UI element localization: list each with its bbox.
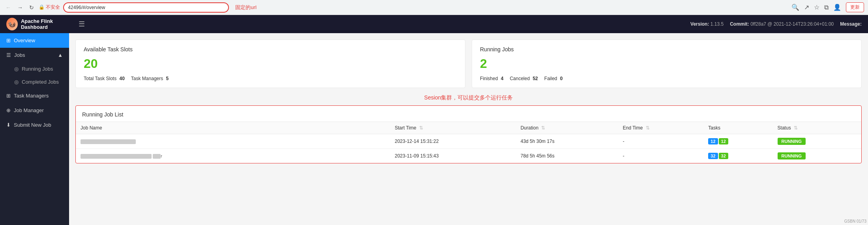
content-area: Available Task Slots 20 Total Task Slots… bbox=[69, 33, 868, 225]
completed-jobs-label: Completed Jobs bbox=[22, 79, 59, 85]
tasks-badge: 12 12 bbox=[708, 138, 728, 144]
sidebar-item-submit-new-job[interactable]: ⬇ Submit New Job bbox=[0, 118, 69, 132]
available-slots-title: Available Task Slots bbox=[84, 46, 457, 52]
top-header: 🦦 Apache Flink Dashboard ☰ Version: 1.13… bbox=[0, 15, 868, 33]
status-sort-icon: ⇅ bbox=[794, 125, 798, 131]
col-end-time[interactable]: End Time ⇅ bbox=[618, 122, 704, 134]
main-area: ⊞ Overview ☰ Jobs ▲ ◎ Running Jobs ◎ Com… bbox=[0, 33, 868, 225]
version-value: 1.13.5 bbox=[711, 21, 724, 27]
jobs-icon: ☰ bbox=[6, 52, 11, 58]
watermark: GSBN 01/73 bbox=[844, 219, 866, 223]
col-duration[interactable]: Duration ⇅ bbox=[516, 122, 618, 134]
task-managers-label: Task Managers bbox=[14, 93, 49, 99]
search-icon[interactable]: 🔍 bbox=[791, 4, 799, 11]
commit-info: Commit: 0ff28a7 @ 2021-12-14T23:26:04+01… bbox=[730, 21, 834, 27]
tasks-badge-b: 32 bbox=[719, 153, 728, 159]
tasks-badge-a: 12 bbox=[708, 138, 718, 144]
profile-icon[interactable]: 👤 bbox=[833, 4, 841, 11]
task-managers-icon: ⊞ bbox=[6, 93, 11, 99]
failed-stat: Failed 0 bbox=[544, 76, 563, 81]
task-managers-value: 5 bbox=[166, 76, 169, 81]
address-bar[interactable] bbox=[63, 2, 229, 13]
col-job-name: Job Name bbox=[76, 122, 390, 134]
bookmark-icon[interactable]: ☆ bbox=[814, 4, 819, 11]
job-name-censored bbox=[81, 139, 136, 144]
job-list-section: Running Job List Job Name Start Time ⇅ bbox=[75, 105, 862, 163]
job-name-suffix bbox=[153, 154, 161, 159]
sidebar-item-completed-jobs[interactable]: ◎ Completed Jobs bbox=[0, 75, 69, 88]
available-slots-card: Available Task Slots 20 Total Task Slots… bbox=[75, 39, 465, 88]
running-jobs-footer: Finished 4 Canceled 52 Failed 0 bbox=[480, 76, 853, 81]
sidebar-section-jobs[interactable]: ☰ Jobs ▲ bbox=[0, 48, 69, 62]
reload-button[interactable]: ↻ bbox=[28, 4, 36, 11]
available-slots-footer: Total Task Slots 40 Task Managers 5 bbox=[84, 76, 457, 81]
status-cell: RUNNING bbox=[773, 134, 861, 149]
total-slots-label: Total Task Slots 40 bbox=[84, 76, 125, 81]
canceled-stat: Canceled 52 bbox=[510, 76, 538, 81]
back-button[interactable]: ← bbox=[4, 4, 13, 11]
total-slots-value: 40 bbox=[120, 76, 125, 81]
submit-new-job-label: Submit New Job bbox=[14, 122, 51, 128]
running-jobs-card: Running Jobs 2 Finished 4 Canceled 52 Fa… bbox=[472, 39, 862, 88]
job-list-title: Running Job List bbox=[76, 106, 861, 122]
finished-value: 4 bbox=[501, 76, 504, 81]
hamburger-button[interactable]: ☰ bbox=[75, 18, 88, 30]
completed-jobs-dot-icon: ◎ bbox=[14, 79, 19, 85]
running-jobs-title: Running Jobs bbox=[480, 46, 853, 52]
table-row[interactable]: 2023-12-14 15:31:22 43d 5h 30m 17s - 12 … bbox=[76, 134, 861, 149]
tasks-cell: 12 12 bbox=[703, 134, 772, 149]
app-container: 🦦 Apache Flink Dashboard ☰ Version: 1.13… bbox=[0, 15, 868, 225]
sidebar: ⊞ Overview ☰ Jobs ▲ ◎ Running Jobs ◎ Com… bbox=[0, 33, 69, 225]
job-manager-label: Job Manager bbox=[14, 107, 44, 113]
header-info: Version: 1.13.5 Commit: 0ff28a7 @ 2021-1… bbox=[690, 21, 862, 27]
col-tasks: Tasks bbox=[703, 122, 772, 134]
logo-area: 🦦 Apache Flink Dashboard bbox=[6, 18, 75, 30]
status-badge: RUNNING bbox=[778, 152, 806, 159]
forward-button[interactable]: → bbox=[16, 4, 24, 11]
update-button[interactable]: 更新 bbox=[846, 2, 864, 12]
browser-right-icons: 🔍 ↗ ☆ ⧉ 👤 更新 bbox=[791, 2, 864, 12]
sidebar-item-overview[interactable]: ⊞ Overview bbox=[0, 33, 69, 48]
col-status[interactable]: Status ⇅ bbox=[773, 122, 861, 134]
stats-row: Available Task Slots 20 Total Task Slots… bbox=[75, 39, 862, 88]
col-start-time[interactable]: Start Time ⇅ bbox=[390, 122, 516, 134]
canceled-value: 52 bbox=[532, 76, 538, 81]
end-time-cell: - bbox=[618, 134, 704, 149]
status-badge: RUNNING bbox=[778, 138, 806, 145]
message-info: Message: bbox=[840, 21, 862, 27]
finished-stat: Finished 4 bbox=[480, 76, 503, 81]
commit-value: 0ff28a7 @ 2021-12-14T23:26:04+01:00 bbox=[750, 21, 834, 27]
overview-label: Overview bbox=[14, 38, 35, 43]
sidebar-item-job-manager[interactable]: ⊕ Job Manager bbox=[0, 103, 69, 118]
tasks-badge-b: 12 bbox=[719, 138, 728, 144]
task-managers-stat: Task Managers 5 bbox=[131, 76, 169, 81]
table-header-row: Job Name Start Time ⇅ Duration ⇅ bbox=[76, 122, 861, 134]
start-time-sort-icon: ⇅ bbox=[419, 125, 423, 131]
session-annotation: Sesion集群，可以提交多个运行任务 bbox=[75, 94, 862, 101]
tasks-badge-a: 32 bbox=[708, 153, 718, 159]
job-table: Job Name Start Time ⇅ Duration ⇅ bbox=[76, 122, 861, 163]
sidebar-item-task-managers[interactable]: ⊞ Task Managers bbox=[0, 88, 69, 103]
share-icon[interactable]: ↗ bbox=[804, 4, 809, 11]
start-time-cell: 2023-11-09 15:15:43 bbox=[390, 149, 516, 163]
overview-icon: ⊞ bbox=[6, 38, 11, 43]
duration-cell: 43d 5h 30m 17s bbox=[516, 134, 618, 149]
end-time-sort-icon: ⇅ bbox=[646, 125, 650, 131]
tasks-badge: 32 32 bbox=[708, 153, 728, 159]
jobs-label: Jobs bbox=[14, 52, 25, 58]
end-time-cell: - bbox=[618, 149, 704, 163]
start-time-cell: 2023-12-14 15:31:22 bbox=[390, 134, 516, 149]
sidebar-item-running-jobs[interactable]: ◎ Running Jobs bbox=[0, 62, 69, 75]
table-row[interactable]: r 2023-11-09 15:15:43 78d 5h 45m 56s - 3… bbox=[76, 149, 861, 163]
status-cell: RUNNING bbox=[773, 149, 861, 163]
flink-logo: 🦦 bbox=[6, 18, 18, 30]
security-label: 🔒 不安全 bbox=[39, 4, 60, 11]
running-jobs-label: Running Jobs bbox=[22, 66, 53, 72]
extension-icon[interactable]: ⧉ bbox=[824, 4, 829, 11]
tasks-cell: 32 32 bbox=[703, 149, 772, 163]
failed-value: 0 bbox=[560, 76, 563, 81]
version-info: Version: 1.13.5 bbox=[690, 21, 724, 27]
jobs-expand-icon: ▲ bbox=[58, 52, 63, 58]
job-name-censored bbox=[81, 154, 152, 159]
duration-sort-icon: ⇅ bbox=[541, 125, 545, 131]
